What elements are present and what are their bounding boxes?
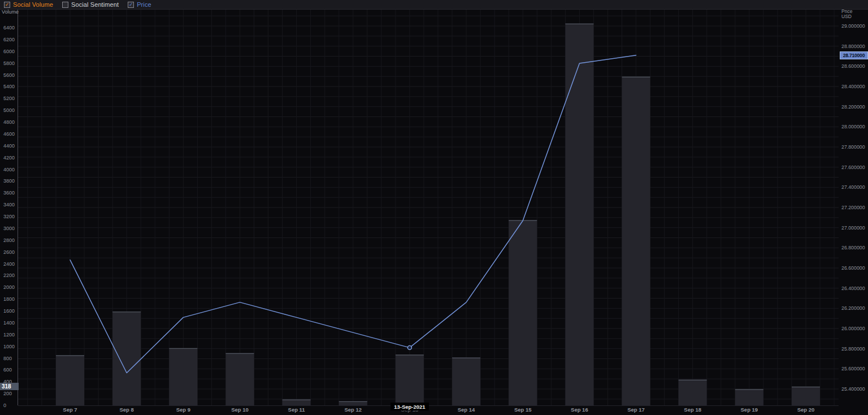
volume-bar[interactable] — [735, 389, 763, 405]
left-axis-tick-label: 0 — [3, 403, 6, 408]
left-axis-tick-label: 5000 — [3, 107, 15, 113]
right-axis-tick-label: 27.200000 — [841, 205, 865, 210]
left-axis-tick-label: 5800 — [3, 60, 15, 66]
right-axis-tick-label: 25.800000 — [841, 346, 865, 352]
volume-bar[interactable] — [283, 400, 311, 405]
legend-bar: ✓ Social Volume Social Sentiment ✓ Price — [0, 0, 868, 10]
x-axis-date-label: Sep 17 — [627, 407, 645, 413]
x-axis-date-label: Sep 9 — [176, 407, 190, 413]
left-axis-tick-label: 6200 — [3, 37, 15, 42]
selected-point-marker[interactable] — [407, 345, 411, 349]
x-axis-date-label: Sep 10 — [231, 407, 249, 413]
volume-bar-top-edge — [112, 312, 141, 312]
left-axis-tick-label: 1400 — [3, 320, 15, 326]
left-axis-tick-label: 2000 — [3, 284, 15, 290]
legend-item-social-sentiment[interactable]: Social Sentiment — [62, 1, 119, 8]
x-axis-date-label: Sep 16 — [571, 407, 588, 413]
volume-bar[interactable] — [622, 77, 650, 405]
right-axis-tick-label: 28.400000 — [841, 84, 865, 89]
x-axis-date-label: Sep 18 — [684, 407, 701, 413]
selected-date-tag: 13-Sep-2021 — [390, 403, 429, 410]
right-axis-tick-label: 28.800000 — [841, 44, 865, 49]
volume-bar-top-edge — [622, 77, 650, 77]
left-axis-title: Volume — [2, 9, 19, 15]
left-axis-tick-label: 200 — [3, 391, 12, 396]
right-axis-tick-label: 26.200000 — [841, 305, 865, 311]
right-axis-tick-label: 26.800000 — [841, 245, 865, 250]
volume-bar-top-edge — [792, 387, 820, 387]
left-axis-tick-label: 2800 — [3, 237, 15, 243]
right-axis-tick-label: 26.600000 — [841, 265, 865, 271]
chart-plot-area[interactable]: Volume0200400600800100012001400160018002… — [0, 0, 868, 415]
left-axis-tick-label: 1800 — [3, 296, 15, 302]
right-axis-tick-label: 27.800000 — [841, 144, 865, 150]
right-axis-tick-label: 26.000000 — [841, 326, 865, 331]
volume-bar-top-edge — [225, 353, 254, 354]
x-axis-date-label: Sep 15 — [514, 407, 532, 413]
left-axis-tick-label: 600 — [3, 367, 12, 373]
right-axis-tick-label: 27.000000 — [841, 225, 865, 231]
volume-bar-top-edge — [565, 24, 593, 24]
left-axis-tick-label: 3200 — [3, 214, 15, 219]
social-sentiment-label: Social Sentiment — [71, 1, 119, 8]
volume-bar-top-edge — [56, 355, 84, 356]
left-axis-tick-label: 1600 — [3, 308, 15, 314]
volume-bar-top-edge — [396, 355, 424, 355]
left-axis-tick-label: 3400 — [3, 202, 15, 208]
right-axis-tick-label: 28.200000 — [841, 104, 865, 110]
left-axis-tick-label: 4600 — [3, 131, 15, 137]
volume-bar[interactable] — [452, 357, 480, 405]
left-axis-tick-label: 4200 — [3, 155, 15, 161]
left-axis-tick-label: 3800 — [3, 178, 15, 184]
left-axis-tick-label: 3600 — [3, 190, 15, 196]
social-sentiment-checkbox[interactable] — [62, 2, 68, 8]
left-axis-tick-label: 4400 — [3, 143, 15, 149]
x-axis-date-label: Sep 12 — [344, 407, 362, 413]
legend-item-price[interactable]: ✓ Price — [128, 1, 151, 8]
volume-bar[interactable] — [679, 380, 707, 405]
price-axis-value-tag: 28.710000 — [840, 51, 868, 59]
volume-bar[interactable] — [396, 355, 424, 405]
left-axis-tick-label: 5400 — [3, 84, 15, 89]
volume-bar[interactable] — [169, 348, 197, 405]
x-axis-date-label: Sep 7 — [63, 407, 77, 413]
volume-bar[interactable] — [565, 24, 593, 405]
volume-bar-top-edge — [339, 401, 367, 402]
left-axis-tick-label: 5600 — [3, 72, 15, 78]
right-axis-tick-label: 25.600000 — [841, 366, 865, 371]
social-volume-checkbox[interactable]: ✓ — [4, 2, 10, 8]
volume-bar[interactable] — [56, 355, 84, 405]
left-axis-tick-label: 4000 — [3, 167, 15, 172]
price-checkbox[interactable]: ✓ — [128, 2, 134, 8]
volume-bar[interactable] — [792, 387, 820, 405]
x-axis-date-label: Sep 20 — [797, 407, 815, 413]
volume-bar[interactable] — [112, 312, 141, 405]
right-axis-tick-label: 27.600000 — [841, 165, 865, 170]
volume-bar-top-edge — [679, 380, 707, 381]
volume-bar[interactable] — [509, 220, 537, 405]
volume-bar[interactable] — [225, 353, 254, 405]
right-axis-tick-label: 28.000000 — [841, 124, 865, 129]
right-axis-tick-label: 25.400000 — [841, 386, 865, 392]
left-axis-tick-label: 3000 — [3, 226, 15, 231]
left-axis-tick-label: 5200 — [3, 96, 15, 101]
right-axis-tick-label: 28.600000 — [841, 63, 865, 69]
left-axis-tick-label: 2600 — [3, 249, 15, 255]
volume-bar-top-edge — [735, 389, 763, 390]
x-axis-date-label: Sep 14 — [458, 407, 475, 413]
legend-item-social-volume[interactable]: ✓ Social Volume — [4, 1, 53, 8]
x-axis-date-label: Sep 11 — [288, 407, 306, 413]
volume-axis-value-tag: 318 — [0, 383, 19, 390]
x-axis-date-label: Sep 8 — [119, 407, 133, 413]
left-axis-tick-label: 1000 — [3, 344, 15, 349]
left-axis-tick-label: 2400 — [3, 261, 15, 267]
social-volume-label: Social Volume — [13, 1, 53, 8]
right-axis-tick-label: 27.400000 — [841, 184, 865, 190]
price-label: Price — [137, 1, 151, 8]
volume-bar-top-edge — [283, 400, 311, 400]
right-axis-tick-label: 26.400000 — [841, 286, 865, 291]
left-axis-tick-label: 6000 — [3, 49, 15, 54]
left-axis-tick-label: 2200 — [3, 273, 15, 278]
right-axis-title-line2: USD — [841, 14, 852, 19]
volume-bar-top-edge — [452, 357, 480, 358]
